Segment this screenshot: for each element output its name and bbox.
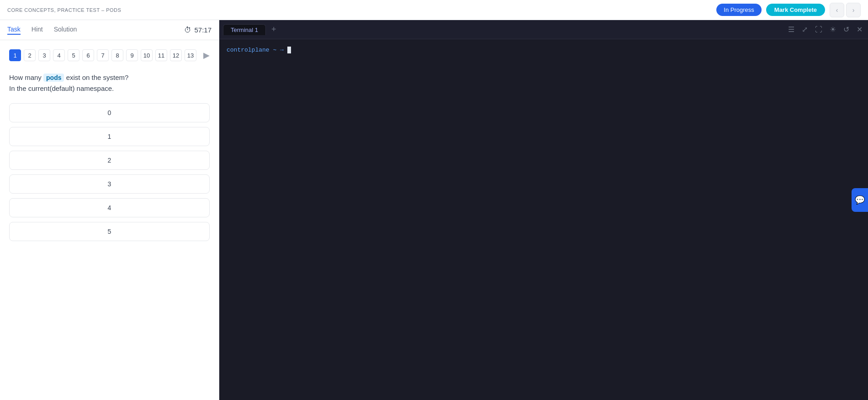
question-number-7[interactable]: 7 [97, 49, 109, 61]
question-number-6[interactable]: 6 [82, 49, 94, 61]
answer-options: 012345 [9, 103, 210, 241]
question-number-1[interactable]: 1 [9, 49, 21, 61]
answer-option-1[interactable]: 1 [9, 127, 210, 146]
terminal-prompt: controlplane ~ → [227, 47, 287, 53]
tab-task[interactable]: Task [7, 26, 21, 35]
terminal-fullscreen-button[interactable]: ⛶ [813, 24, 824, 36]
question-number-8[interactable]: 8 [111, 49, 123, 61]
nav-arrows: ‹ › [830, 3, 861, 17]
timer: ⏱ 57:17 [184, 26, 212, 34]
timer-value: 57:17 [194, 26, 212, 34]
right-panel: Terminal 1 + ☰ ⤢ ⛶ ☀ ↺ ✕ controlplane ~ … [219, 20, 868, 400]
in-progress-button[interactable]: In Progress [716, 4, 761, 16]
question-number-13[interactable]: 13 [185, 49, 196, 61]
chat-icon: 💬 [855, 195, 865, 205]
header-right: In Progress Mark Complete ‹ › [716, 3, 861, 17]
tab-bar: Task Hint Solution ⏱ 57:17 [0, 20, 219, 40]
answer-option-3[interactable]: 3 [9, 174, 210, 194]
question-subtext: In the current(default) namespace. [9, 84, 114, 92]
terminal-close-button[interactable]: ✕ [855, 23, 864, 36]
timer-icon: ⏱ [184, 26, 191, 34]
nav-prev-button[interactable]: ‹ [830, 3, 844, 17]
main-layout: Task Hint Solution ⏱ 57:17 1234567891011… [0, 20, 868, 400]
breadcrumb: CORE CONCEPTS, PRACTICE TEST – PODS [7, 7, 121, 13]
answer-option-4[interactable]: 4 [9, 198, 210, 217]
terminal-header: Terminal 1 + ☰ ⤢ ⛶ ☀ ↺ ✕ [219, 20, 868, 39]
question-number-10[interactable]: 10 [141, 49, 153, 61]
terminal-external-button[interactable]: ⤢ [800, 23, 810, 36]
question-highlight: pods [43, 74, 64, 82]
left-panel: Task Hint Solution ⏱ 57:17 1234567891011… [0, 20, 219, 400]
question-number-4[interactable]: 4 [53, 49, 65, 61]
terminal-add-tab-button[interactable]: + [268, 24, 280, 35]
answer-option-0[interactable]: 0 [9, 103, 210, 122]
terminal-brightness-button[interactable]: ☀ [828, 23, 838, 36]
terminal-cursor [287, 47, 291, 53]
answer-option-2[interactable]: 2 [9, 151, 210, 170]
question-number-11[interactable]: 11 [155, 49, 167, 61]
tab-hint[interactable]: Hint [32, 26, 43, 35]
terminal-body[interactable]: controlplane ~ → [219, 39, 868, 400]
terminal-history-button[interactable]: ↺ [842, 23, 851, 36]
terminal-tab-label: Terminal 1 [231, 26, 258, 33]
question-number-2[interactable]: 2 [24, 49, 36, 61]
question-number-3[interactable]: 3 [38, 49, 50, 61]
question-number-5[interactable]: 5 [68, 49, 79, 61]
answer-option-5[interactable]: 5 [9, 222, 210, 241]
terminal-toolbar: ☰ ⤢ ⛶ ☀ ↺ ✕ [786, 23, 864, 36]
mark-complete-button[interactable]: Mark Complete [766, 4, 825, 16]
question-number-12[interactable]: 12 [170, 49, 182, 61]
terminal-tab-1[interactable]: Terminal 1 [223, 24, 266, 35]
question-text: How many pods exist on the system? In th… [9, 72, 210, 94]
question-number-9[interactable]: 9 [126, 49, 138, 61]
question-text-after: exist on the system? [64, 74, 128, 81]
nav-next-button[interactable]: › [846, 3, 861, 17]
question-numbers: 12345678910111213 ▶ [9, 49, 210, 61]
top-header: CORE CONCEPTS, PRACTICE TEST – PODS In P… [0, 0, 868, 20]
side-chat-button[interactable]: 💬 [852, 188, 868, 212]
question-area: 12345678910111213 ▶ How many pods exist … [0, 40, 219, 400]
terminal-menu-button[interactable]: ☰ [786, 23, 796, 36]
tab-solution[interactable]: Solution [54, 26, 77, 35]
skip-button[interactable]: ▶ [203, 50, 210, 60]
question-text-before: How many [9, 74, 43, 81]
